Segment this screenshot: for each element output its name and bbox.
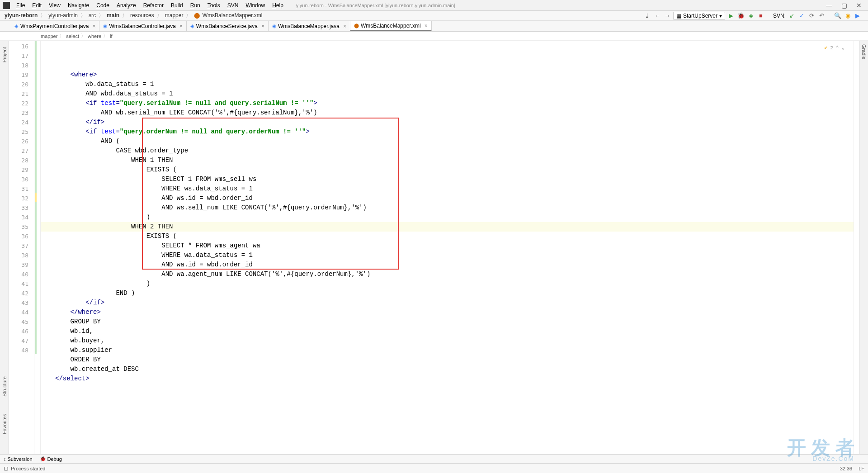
code-line[interactable]: </if>	[41, 118, 854, 127]
code-line[interactable]: GROUP BY	[41, 317, 854, 327]
line-number[interactable]: 45	[9, 317, 34, 327]
line-number[interactable]: 18	[9, 61, 34, 70]
code-line[interactable]: wb.created_at DESC	[41, 365, 854, 374]
line-number[interactable]: 47	[9, 336, 34, 346]
code-line[interactable]: WHERE ws.data_status = 1	[41, 184, 854, 194]
forward-icon[interactable]: →	[663, 12, 671, 20]
menu-window[interactable]: Window	[242, 2, 269, 9]
code-line[interactable]: AND wa.id = wbd.order_id	[41, 260, 854, 270]
line-number[interactable]: 43	[9, 298, 34, 308]
code-line[interactable]: AND wbd.data_status = 1	[41, 89, 854, 99]
code-line[interactable]: )	[41, 213, 854, 222]
code-line[interactable]: <if test="query.orderNum != null and que…	[41, 127, 854, 137]
structure-crumb[interactable]: where	[88, 33, 101, 39]
line-number[interactable]: 23	[9, 108, 34, 118]
line-number[interactable]: 17	[9, 51, 34, 61]
fold-strip[interactable]	[34, 41, 41, 454]
line-number[interactable]: 32	[9, 194, 34, 203]
breadcrumb-item[interactable]: main	[105, 12, 121, 19]
tab-close-icon[interactable]: ×	[343, 23, 346, 29]
line-number[interactable]: 19	[9, 70, 34, 80]
line-number[interactable]: 30	[9, 175, 34, 184]
line-number[interactable]: 28	[9, 156, 34, 165]
line-number[interactable]: 31	[9, 184, 34, 194]
coverage-icon[interactable]: ◈	[747, 12, 755, 20]
code-line[interactable]: </if>	[41, 298, 854, 308]
code-line[interactable]: AND ws.id = wbd.order_id	[41, 194, 854, 203]
breadcrumb-item[interactable]: ⬤ WmsBalanceMapper.xml	[192, 12, 264, 19]
code-line[interactable]: wb.data_status = 1	[41, 80, 854, 89]
code-line[interactable]: AND wb.serial_num LIKE CONCAT('%',#{quer…	[41, 108, 854, 118]
next-icon[interactable]: ▶	[854, 12, 862, 20]
code-line[interactable]: EXISTS (	[41, 232, 854, 241]
tab-close-icon[interactable]: ×	[261, 23, 264, 29]
menu-view[interactable]: View	[45, 2, 64, 9]
gradle-tool-button[interactable]: Gradle	[861, 41, 867, 63]
run-config-dropdown[interactable]: ▦ StartUpServer ▾	[673, 12, 725, 20]
statusbar-icon[interactable]: ▢	[4, 465, 8, 471]
code-line[interactable]: <if test="query.serialNum != null and qu…	[41, 99, 854, 108]
code-line[interactable]: AND wa.agent_num LIKE CONCAT('%',#{query…	[41, 270, 854, 279]
svn-commit-icon[interactable]: ↙	[788, 12, 796, 20]
run-icon[interactable]: ▶	[727, 12, 735, 20]
add-icon[interactable]: ⤓	[643, 12, 651, 20]
line-ending[interactable]: LF	[859, 466, 864, 471]
code-line[interactable]: AND (	[41, 137, 854, 146]
menu-navigate[interactable]: Navigate	[64, 2, 93, 9]
tab-close-icon[interactable]: ×	[179, 23, 183, 29]
line-number[interactable]: 41	[9, 279, 34, 289]
ide-settings-icon[interactable]: ◉	[844, 12, 852, 20]
editor-tab[interactable]: ⬤WmsBalanceMapper.xml×	[350, 21, 432, 31]
structure-crumb[interactable]: mapper	[41, 33, 57, 39]
structure-tool-button[interactable]: Structure	[2, 374, 7, 398]
favorites-tool-button[interactable]: Favorites	[2, 412, 7, 436]
line-number[interactable]: 48	[9, 346, 34, 355]
line-number[interactable]: 29	[9, 165, 34, 175]
breadcrumb-item[interactable]: yiyun-reborn	[3, 12, 39, 19]
line-number[interactable]: 27	[9, 146, 34, 156]
line-number[interactable]: 34	[9, 213, 34, 222]
breadcrumb-item[interactable]: resources	[128, 12, 156, 19]
code-line[interactable]: <where>	[41, 70, 854, 80]
menu-build[interactable]: Build	[167, 2, 187, 9]
menu-svn[interactable]: SVN	[224, 2, 242, 9]
editor-tab[interactable]: ◉WmsPaymentController.java×	[11, 21, 99, 31]
code-line[interactable]: </where>	[41, 308, 854, 317]
line-number[interactable]: 38	[9, 251, 34, 260]
line-number[interactable]: 24	[9, 118, 34, 127]
code-editor[interactable]: ✔ 2 ⌃ ⌄ <where> wb.data_status = 1 AND w…	[41, 41, 854, 454]
menu-analyze[interactable]: Analyze	[113, 2, 140, 9]
svn-update-icon[interactable]: ✓	[797, 12, 806, 20]
editor-tab[interactable]: ◉WmsBalanceMapper.java×	[269, 21, 350, 31]
inspection-indicator[interactable]: ✔ 2 ⌃ ⌄	[825, 43, 844, 53]
project-tool-button[interactable]: Project	[2, 45, 7, 64]
code-line[interactable]: AND ws.sell_num LIKE CONCAT('%',#{query.…	[41, 203, 854, 213]
code-line[interactable]: ORDER BY	[41, 355, 854, 365]
menu-code[interactable]: Code	[93, 2, 113, 9]
line-number[interactable]: 25	[9, 127, 34, 137]
code-line[interactable]: </select>	[41, 374, 854, 384]
code-line[interactable]: EXISTS (	[41, 165, 854, 175]
structure-crumb[interactable]: select	[66, 33, 79, 39]
subversion-tool-button[interactable]: ↕ Subversion	[4, 456, 33, 462]
line-number[interactable]: 33	[9, 203, 34, 213]
code-line[interactable]: WHEN 2 THEN	[41, 222, 854, 232]
breadcrumb-item[interactable]: yiyun-admin	[47, 12, 80, 19]
line-number-gutter[interactable]: 1617181920212223242526272829303132333435…	[9, 41, 34, 454]
code-line[interactable]: wb.id,	[41, 327, 854, 336]
line-number[interactable]: 26	[9, 137, 34, 146]
close-icon[interactable]: ✕	[856, 2, 862, 9]
code-line[interactable]: SELECT * FROM wms_agent wa	[41, 241, 854, 251]
menu-edit[interactable]: Edit	[28, 2, 45, 9]
error-strip[interactable]	[854, 41, 859, 454]
line-number[interactable]: 40	[9, 270, 34, 279]
search-icon[interactable]: 🔍	[834, 12, 842, 20]
line-number[interactable]: 46	[9, 327, 34, 336]
code-line[interactable]: WHEN 1 THEN	[41, 156, 854, 165]
debug-icon[interactable]: 🐞	[737, 12, 745, 20]
menu-tools[interactable]: Tools	[204, 2, 224, 9]
cursor-position[interactable]: 32:36	[840, 466, 853, 471]
code-line[interactable]: wb.buyer,	[41, 336, 854, 346]
editor-tab[interactable]: ◉WmsBalanceService.java×	[187, 21, 269, 31]
code-line[interactable]: wb.supplier	[41, 346, 854, 355]
